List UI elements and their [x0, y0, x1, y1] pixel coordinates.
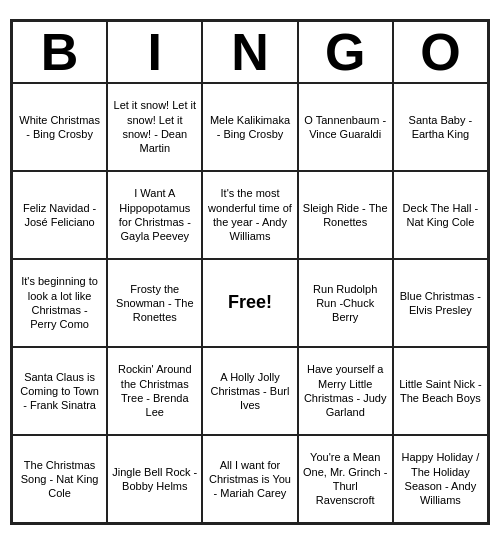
header-letter-b: B — [12, 21, 107, 83]
bingo-cell-13[interactable]: Run Rudolph Run -Chuck Berry — [298, 259, 393, 347]
bingo-cell-5[interactable]: Feliz Navidad - José Feliciano — [12, 171, 107, 259]
bingo-cell-23[interactable]: You're a Mean One, Mr. Grinch - Thurl Ra… — [298, 435, 393, 523]
bingo-cell-4[interactable]: Santa Baby - Eartha King — [393, 83, 488, 171]
header-letter-n: N — [202, 21, 297, 83]
bingo-cell-21[interactable]: Jingle Bell Rock - Bobby Helms — [107, 435, 202, 523]
bingo-cell-15[interactable]: Santa Claus is Coming to Town - Frank Si… — [12, 347, 107, 435]
bingo-cell-2[interactable]: Mele Kalikimaka - Bing Crosby — [202, 83, 297, 171]
bingo-cell-22[interactable]: All I want for Christmas is You - Mariah… — [202, 435, 297, 523]
bingo-cell-6[interactable]: I Want A Hippopotamus for Christmas -Gay… — [107, 171, 202, 259]
bingo-cell-20[interactable]: The Christmas Song - Nat King Cole — [12, 435, 107, 523]
bingo-cell-9[interactable]: Deck The Hall - Nat King Cole — [393, 171, 488, 259]
header-letter-o: O — [393, 21, 488, 83]
bingo-cell-12[interactable]: Free! — [202, 259, 297, 347]
bingo-card: BINGO White Christmas - Bing CrosbyLet i… — [10, 19, 490, 525]
header-letter-g: G — [298, 21, 393, 83]
bingo-cell-24[interactable]: Happy Holiday / The Holiday Season - And… — [393, 435, 488, 523]
bingo-cell-18[interactable]: Have yourself a Merry Little Christmas -… — [298, 347, 393, 435]
bingo-cell-7[interactable]: It's the most wonderful time of the year… — [202, 171, 297, 259]
bingo-cell-11[interactable]: Frosty the Snowman - The Ronettes — [107, 259, 202, 347]
bingo-cell-14[interactable]: Blue Christmas -Elvis Presley — [393, 259, 488, 347]
bingo-cell-17[interactable]: A Holly Jolly Christmas - Burl Ives — [202, 347, 297, 435]
bingo-cell-19[interactable]: Little Saint Nick - The Beach Boys — [393, 347, 488, 435]
bingo-cell-0[interactable]: White Christmas - Bing Crosby — [12, 83, 107, 171]
bingo-cell-3[interactable]: O Tannenbaum - Vince Guaraldi — [298, 83, 393, 171]
bingo-cell-1[interactable]: Let it snow! Let it snow! Let it snow! -… — [107, 83, 202, 171]
bingo-cell-10[interactable]: It's beginning to look a lot like Christ… — [12, 259, 107, 347]
bingo-cell-8[interactable]: Sleigh Ride - The Ronettes — [298, 171, 393, 259]
header-letter-i: I — [107, 21, 202, 83]
bingo-grid: White Christmas - Bing CrosbyLet it snow… — [12, 83, 488, 523]
bingo-cell-16[interactable]: Rockin' Around the Christmas Tree - Bren… — [107, 347, 202, 435]
bingo-header: BINGO — [12, 21, 488, 83]
